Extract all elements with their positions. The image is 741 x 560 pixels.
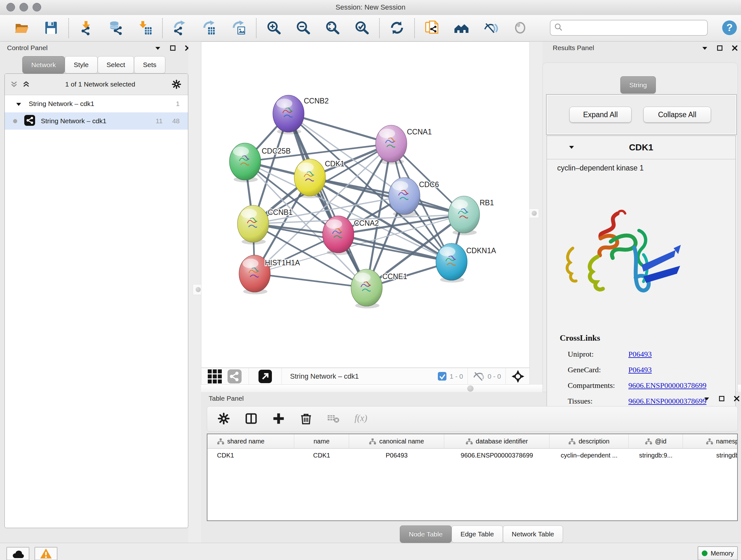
search-box bbox=[550, 20, 708, 36]
node-CDKN1A[interactable] bbox=[436, 243, 467, 283]
crosslink-link[interactable]: 9606.ENSP00000378699 bbox=[628, 381, 706, 390]
hidden-eye-icon bbox=[473, 371, 484, 381]
tab-sets[interactable]: Sets bbox=[134, 56, 165, 73]
crosslink-link[interactable]: P06493 bbox=[628, 366, 652, 374]
column-header-shared-name[interactable]: shared name bbox=[207, 434, 294, 448]
column-header-description[interactable]: description bbox=[549, 434, 629, 448]
toolbar-separator bbox=[68, 18, 69, 38]
column-label: @id bbox=[655, 438, 667, 445]
tree-expander-icon[interactable] bbox=[16, 100, 21, 108]
tab-style[interactable]: Style bbox=[65, 56, 98, 73]
zoom-fit-content-button[interactable] bbox=[324, 19, 341, 37]
tab-string[interactable]: String bbox=[620, 76, 656, 94]
table-cell: stringdb bbox=[683, 449, 738, 462]
cloud-button[interactable] bbox=[6, 547, 29, 560]
save-session-button[interactable] bbox=[42, 19, 60, 37]
split-panel-button[interactable] bbox=[242, 410, 260, 428]
collapse-all-button[interactable]: Collapse All bbox=[643, 107, 711, 123]
title-bar: Session: New Session bbox=[0, 0, 741, 15]
network-row[interactable]: String Network – cdk1 11 48 bbox=[5, 112, 188, 130]
edge-HIST1H1A-CCNE1[interactable] bbox=[255, 273, 367, 288]
delete-row-icon bbox=[299, 411, 313, 427]
node-RB1[interactable] bbox=[448, 196, 480, 235]
hidden-node-edge-count: 0 - 0 bbox=[488, 373, 501, 380]
string-home-button[interactable] bbox=[453, 19, 470, 37]
zoom-out-button[interactable] bbox=[294, 19, 312, 37]
tab-node-table[interactable]: Node Table bbox=[400, 525, 452, 543]
table-row[interactable]: CDK1CDK1P064939606.ENSP00000378699cyclin… bbox=[207, 449, 737, 462]
expand-all-button[interactable]: Expand All bbox=[569, 107, 631, 123]
help-button[interactable]: ? bbox=[721, 19, 738, 37]
selected-node-edge-count: 1 - 0 bbox=[450, 373, 463, 380]
crosslink-label: Compartments: bbox=[560, 381, 628, 390]
zoom-selected-button[interactable] bbox=[353, 19, 371, 37]
export-table-button[interactable] bbox=[200, 19, 218, 37]
results-panel-collapse-button[interactable] bbox=[702, 46, 708, 50]
apply-layout-button[interactable] bbox=[388, 19, 406, 37]
column-header-name[interactable]: name bbox=[294, 434, 349, 448]
column-header-namespace[interactable]: namespace bbox=[683, 434, 738, 448]
node-label-CDKN1A: CDKN1A bbox=[466, 246, 496, 255]
birdseye-view-icon[interactable] bbox=[511, 369, 525, 383]
node-CCNB2[interactable] bbox=[273, 95, 304, 134]
add-column-button[interactable] bbox=[270, 410, 287, 428]
network-view[interactable]: CCNB2CCNA1CDC25BCDK1CDC6RB1CCNB1CCNA2CDK… bbox=[201, 42, 530, 368]
tab-edge-table[interactable]: Edge Table bbox=[452, 525, 503, 543]
crosslink-label: GeneCard: bbox=[560, 366, 628, 374]
table-settings-button[interactable] bbox=[215, 410, 232, 428]
table-panel-collapse-button[interactable] bbox=[704, 397, 710, 401]
node-CDC25B[interactable] bbox=[229, 143, 261, 182]
delete-row-button[interactable] bbox=[297, 410, 315, 428]
network-options-gear-icon[interactable] bbox=[171, 78, 182, 90]
gene-expander-icon[interactable] bbox=[569, 145, 575, 150]
import-table-button[interactable] bbox=[136, 19, 154, 37]
selected-checkbox-icon[interactable] bbox=[438, 372, 447, 381]
node-CCNA1[interactable] bbox=[376, 125, 407, 165]
results-panel-close-button[interactable] bbox=[732, 45, 738, 51]
warnings-button[interactable] bbox=[35, 547, 57, 560]
hide-graphics-details-button[interactable] bbox=[482, 19, 500, 37]
export-network-button[interactable] bbox=[171, 19, 189, 37]
gene-description: cyclin–dependent kinase 1 bbox=[557, 164, 735, 172]
memory-button[interactable]: Memory bbox=[697, 546, 738, 560]
import-network-database-button[interactable] bbox=[107, 19, 125, 37]
tab-network[interactable]: Network bbox=[22, 56, 65, 73]
horizontal-splitter-handle[interactable] bbox=[467, 385, 474, 392]
crosslink-link[interactable]: P06493 bbox=[628, 350, 652, 359]
share-network-icon[interactable] bbox=[227, 369, 242, 383]
open-in-window-icon[interactable] bbox=[259, 370, 272, 383]
import-network-button[interactable] bbox=[77, 19, 95, 37]
control-panel-collapse-button[interactable] bbox=[155, 46, 160, 50]
column-header-canonical-name[interactable]: canonical name bbox=[349, 434, 444, 448]
delete-table-button bbox=[325, 410, 342, 428]
open-file-button[interactable] bbox=[13, 19, 30, 37]
expand-all-networks-button[interactable] bbox=[23, 81, 30, 87]
tab-select[interactable]: Select bbox=[98, 56, 134, 73]
network-canvas[interactable]: CCNB2CCNA1CDC25BCDK1CDC6RB1CCNB1CCNA2CDK… bbox=[201, 42, 529, 368]
tab-network-table[interactable]: Network Table bbox=[503, 525, 563, 543]
zoom-out-icon bbox=[295, 20, 311, 37]
gene-header-row[interactable]: CDK1 bbox=[547, 136, 735, 159]
network-collection-row[interactable]: String Network – cdk1 1 bbox=[5, 95, 188, 112]
column-header--id[interactable]: @id bbox=[629, 434, 683, 448]
right-splitter-handle[interactable] bbox=[529, 208, 539, 218]
table-panel-float-button[interactable] bbox=[719, 396, 724, 401]
memory-label: Memory bbox=[711, 550, 734, 557]
hide-graphics-details-icon bbox=[483, 20, 498, 37]
search-icon bbox=[554, 23, 562, 33]
search-input[interactable] bbox=[562, 21, 707, 35]
export-image-button[interactable] bbox=[230, 19, 248, 37]
grid-view-icon[interactable] bbox=[208, 369, 222, 383]
edge-CCNB2-CCNE1[interactable] bbox=[288, 114, 367, 288]
node-CCNB1[interactable] bbox=[238, 205, 269, 245]
hierarchy-icon bbox=[645, 438, 652, 445]
results-panel-float-button[interactable] bbox=[717, 45, 723, 51]
table-panel-close-button[interactable] bbox=[734, 396, 739, 401]
table-cell: CDK1 bbox=[207, 449, 294, 462]
zoom-in-button[interactable] bbox=[265, 19, 283, 37]
open-string-document-button[interactable] bbox=[423, 19, 441, 37]
column-header-database-identifier[interactable]: database identifier bbox=[444, 434, 549, 448]
control-panel-float-button[interactable] bbox=[170, 45, 176, 51]
collapse-all-networks-button[interactable] bbox=[10, 81, 17, 87]
node-CCNE1[interactable] bbox=[351, 269, 382, 308]
